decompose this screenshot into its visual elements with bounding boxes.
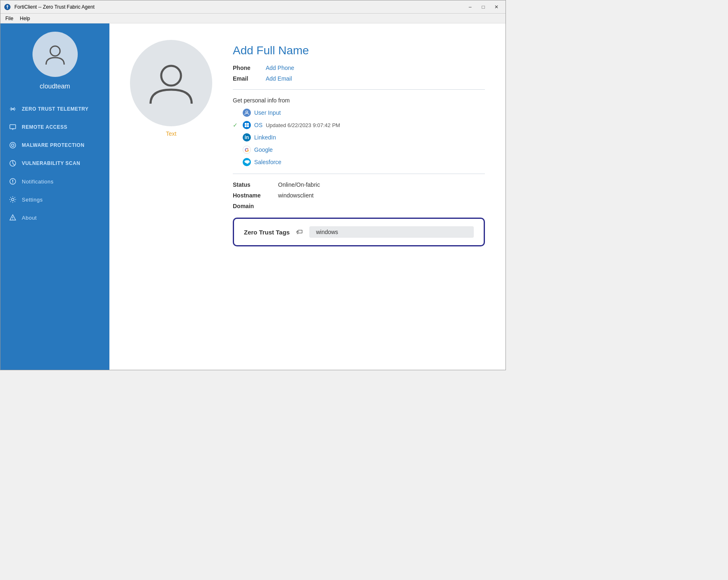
linkedin-label[interactable]: LinkedIn	[254, 134, 276, 141]
windows-icon	[243, 121, 251, 129]
vuln-scan-label: VULNERABILITY SCAN	[22, 160, 80, 166]
sidebar-username: cloudteam	[40, 83, 70, 90]
profile-avatar-container: Text	[130, 40, 212, 246]
source-linkedin[interactable]: ✓ in LinkedIn	[233, 133, 485, 142]
check-os: ✓	[233, 122, 239, 128]
profile-info: Add Full Name Phone Add Phone Email Add …	[233, 40, 485, 246]
remote-access-label: REMOTE ACCESS	[22, 124, 67, 130]
user-input-label[interactable]: User Input	[254, 109, 281, 116]
sidebar-item-vuln-scan[interactable]: VULNERABILITY SCAN	[0, 154, 109, 172]
zero-trust-icon	[9, 105, 17, 113]
personal-info-section: Get personal info from ✓ User Input	[233, 97, 485, 166]
svg-point-9	[12, 144, 14, 146]
domain-label: Domain	[233, 203, 278, 209]
user-input-icon	[243, 109, 251, 117]
google-icon: G	[243, 146, 251, 154]
remote-access-icon	[9, 123, 17, 131]
svg-rect-23	[245, 125, 247, 128]
sidebar-nav: ZERO TRUST TELEMETRY REMOTE ACCESS	[0, 100, 109, 227]
phone-row: Phone Add Phone	[233, 65, 485, 71]
notifications-label: Notifications	[22, 179, 53, 185]
linkedin-icon: in	[243, 133, 251, 142]
settings-icon	[9, 195, 17, 204]
svg-rect-24	[247, 125, 249, 128]
google-label[interactable]: Google	[254, 146, 273, 153]
sidebar-item-settings[interactable]: Settings	[0, 190, 109, 209]
sidebar-item-about[interactable]: About	[0, 209, 109, 227]
hostname-label: Hostname	[233, 192, 278, 199]
svg-point-20	[246, 111, 248, 113]
svg-point-1	[50, 46, 60, 56]
hostname-value: windowsclient	[278, 192, 313, 199]
app-body: cloudteam ZERO TRUST TELEMETRY	[0, 23, 505, 370]
profile-avatar-large	[130, 40, 212, 126]
status-value: Online/On-fabric	[278, 181, 320, 188]
domain-row: Domain	[233, 203, 485, 209]
about-label: About	[22, 215, 37, 221]
svg-rect-22	[247, 123, 249, 125]
window-controls: – □ ✕	[464, 2, 502, 12]
minimize-button[interactable]: –	[464, 2, 476, 12]
email-value[interactable]: Add Email	[266, 75, 292, 82]
personal-info-title: Get personal info from	[233, 97, 485, 104]
sidebar-avatar	[32, 32, 78, 77]
phone-label: Phone	[233, 65, 266, 71]
sidebar: cloudteam ZERO TRUST TELEMETRY	[0, 23, 109, 370]
source-salesforce[interactable]: ✓ Salesforce	[233, 158, 485, 166]
tag-icon: 🏷	[296, 228, 303, 236]
sidebar-item-remote-access[interactable]: REMOTE ACCESS	[0, 118, 109, 136]
svg-rect-21	[245, 123, 247, 125]
avatar-text-label: Text	[130, 130, 212, 137]
malware-icon	[9, 141, 17, 149]
svg-point-19	[161, 66, 181, 86]
menu-file[interactable]: File	[2, 15, 16, 22]
svg-point-8	[10, 142, 16, 148]
notifications-icon	[9, 177, 17, 186]
svg-point-15	[12, 183, 13, 183]
salesforce-icon	[243, 158, 251, 166]
zero-trust-tags-box: Zero Trust Tags 🏷 windows	[233, 218, 485, 246]
os-label[interactable]: OS	[254, 122, 262, 128]
app-window: FortiClient -- Zero Trust Fabric Agent –…	[0, 0, 506, 370]
menu-help[interactable]: Help	[16, 15, 33, 22]
phone-value[interactable]: Add Phone	[266, 65, 294, 71]
source-os[interactable]: ✓ OS Updated 6/22/2023 9:07:42 P	[233, 121, 485, 129]
malware-label: MALWARE PROTECTION	[22, 142, 84, 148]
divider-1	[233, 89, 485, 90]
status-section: Status Online/On-fabric Hostname windows…	[233, 181, 485, 209]
svg-point-18	[12, 219, 13, 220]
window-title: FortiClient -- Zero Trust Fabric Agent	[14, 4, 464, 10]
source-user-input[interactable]: ✓ User Input	[233, 109, 485, 117]
hostname-row: Hostname windowsclient	[233, 192, 485, 199]
close-button[interactable]: ✕	[491, 2, 502, 12]
svg-line-12	[13, 163, 15, 165]
svg-point-16	[12, 198, 14, 201]
email-label: Email	[233, 75, 266, 82]
status-label: Status	[233, 181, 278, 188]
zero-trust-tags-label: Zero Trust Tags	[244, 229, 290, 236]
divider-2	[233, 174, 485, 174]
sidebar-item-malware[interactable]: MALWARE PROTECTION	[0, 136, 109, 154]
zero-trust-label: ZERO TRUST TELEMETRY	[22, 106, 88, 112]
email-row: Email Add Email	[233, 75, 485, 82]
source-google[interactable]: ✓ G Google	[233, 146, 485, 154]
salesforce-label[interactable]: Salesforce	[254, 159, 281, 165]
zero-trust-tag-value: windows	[309, 226, 474, 238]
profile-section: Text Add Full Name Phone Add Phone Email…	[130, 40, 485, 246]
vuln-scan-icon	[9, 159, 17, 167]
maximize-button[interactable]: □	[478, 2, 489, 12]
about-icon	[9, 213, 17, 222]
sidebar-item-notifications[interactable]: Notifications	[0, 172, 109, 190]
main-panel: Text Add Full Name Phone Add Phone Email…	[109, 23, 505, 370]
title-bar: FortiClient -- Zero Trust Fabric Agent –…	[0, 0, 505, 14]
settings-label: Settings	[22, 197, 43, 203]
app-icon	[4, 3, 11, 11]
svg-rect-5	[10, 125, 16, 129]
menu-bar: File Help	[0, 14, 505, 23]
profile-name[interactable]: Add Full Name	[233, 44, 485, 57]
status-row: Status Online/On-fabric	[233, 181, 485, 188]
sidebar-item-zero-trust[interactable]: ZERO TRUST TELEMETRY	[0, 100, 109, 118]
os-note: Updated 6/22/2023 9:07:42 PM	[266, 122, 340, 128]
